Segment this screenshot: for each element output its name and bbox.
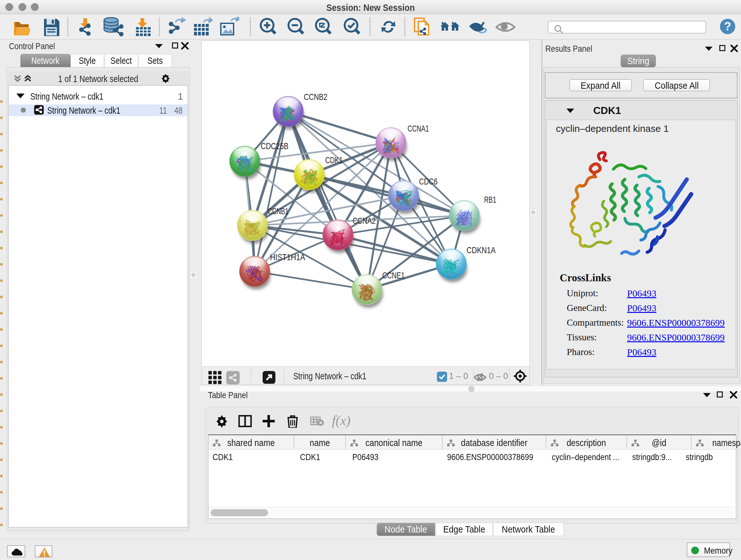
svg-text:RB1: RB1 [484, 195, 496, 205]
svg-text:CCNE1: CCNE1 [382, 270, 405, 280]
svg-text:HIST1H1A: HIST1H1A [270, 252, 305, 262]
svg-text:CDKN1A: CDKN1A [467, 245, 495, 255]
svg-text:CCNA2: CCNA2 [353, 216, 376, 226]
svg-text:?: ? [724, 20, 731, 33]
svg-text:CDK1: CDK1 [325, 155, 343, 165]
svg-text:CCNB1: CCNB1 [268, 206, 288, 216]
svg-text:CDC6: CDC6 [419, 177, 437, 186]
svg-text:CDC25B: CDC25B [261, 141, 288, 151]
svg-text:CCNB2: CCNB2 [304, 92, 327, 102]
svg-text:CCNA1: CCNA1 [408, 124, 429, 133]
